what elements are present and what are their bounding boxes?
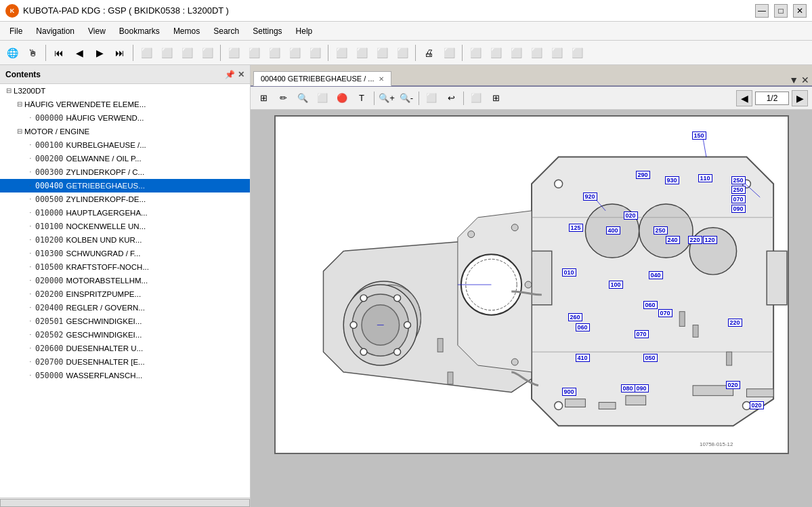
close-button[interactable]: ✕ <box>793 4 807 18</box>
part-label-410[interactable]: 410 <box>576 354 590 362</box>
part-label-250c[interactable]: 250 <box>654 226 668 235</box>
content-tool9[interactable]: ⬜ <box>423 89 440 107</box>
tool20-button[interactable]: ⬜ <box>547 43 566 62</box>
part-label-290[interactable]: 290 <box>636 171 650 179</box>
hand-button[interactable]: 🖱 <box>23 43 42 62</box>
part-label-070c[interactable]: 070 <box>635 330 649 338</box>
content-zoom[interactable]: 🔍 <box>294 89 312 107</box>
content-zoom-in[interactable]: 🔍+ <box>378 89 396 107</box>
tool7-button[interactable]: ⬜ <box>265 43 284 62</box>
tree-item-010100[interactable]: ·010100 NOCKENWELLE UN... <box>0 220 250 233</box>
minimize-button[interactable]: — <box>755 4 769 18</box>
part-label-070b[interactable]: 070 <box>658 309 672 317</box>
tree-item-000000[interactable]: ·000000 HÄUFIG VERWEND... <box>0 111 250 125</box>
tree-item-020000[interactable]: ·020000 MOTORABSTELLHM... <box>0 274 250 287</box>
tool13-button[interactable]: ⬜ <box>393 43 412 62</box>
main-tab[interactable]: 000400 GETRIEBEGHAEUSE / ... ✕ <box>253 71 391 86</box>
next-button[interactable]: ▶ <box>90 43 109 62</box>
part-label-020a[interactable]: 020 <box>624 211 638 220</box>
last-page-button[interactable]: ⏭ <box>110 43 129 62</box>
tree-item-000100[interactable]: ·000100 KURBELGHAEUSE /... <box>0 138 250 152</box>
content-zoom-out[interactable]: 🔍- <box>398 89 415 107</box>
part-label-040[interactable]: 040 <box>649 271 663 279</box>
tree-item-020400[interactable]: ·020400 REGLER / GOVERN... <box>0 301 250 315</box>
content-tool2[interactable]: ✏ <box>274 89 292 107</box>
tree-item-020200[interactable]: ·020200 EINSPRITZPUMPE... <box>0 287 250 301</box>
tree-item-häufig-verwendete-el[interactable]: ⊟HÄUFIG VERWENDETE ELEME... <box>0 98 250 111</box>
content-tool6[interactable]: T <box>353 89 370 107</box>
menu-settings[interactable]: Settings <box>246 24 289 38</box>
tree-container[interactable]: ⊟L3200DT⊟HÄUFIG VERWENDETE ELEME...·0000… <box>0 84 250 498</box>
part-label-250a[interactable]: 250 <box>731 176 746 184</box>
tree-item-050000[interactable]: ·050000 WASSERFLANSCH... <box>0 369 250 382</box>
part-label-920[interactable]: 920 <box>583 192 597 201</box>
part-label-070a[interactable]: 070 <box>731 195 746 203</box>
prev-button[interactable]: ◀ <box>70 43 89 62</box>
tree-item-020700[interactable]: ·020700 DUESENHALTER [E... <box>0 355 250 369</box>
part-label-090b[interactable]: 090 <box>635 384 649 392</box>
maximize-button[interactable]: □ <box>774 4 788 18</box>
content-grid-view[interactable]: ⊞ <box>487 89 505 107</box>
tool8-button[interactable]: ⬜ <box>285 43 304 62</box>
tree-item-020600[interactable]: ·020600 DUESENHALTER U... <box>0 342 250 355</box>
part-label-220a[interactable]: 220 <box>688 236 702 244</box>
tree-item-000200[interactable]: ·000200 OELWANNE / OIL P... <box>0 152 250 165</box>
content-tool5[interactable]: 🔴 <box>333 89 351 107</box>
page-input[interactable] <box>755 92 789 105</box>
panel-close-button[interactable]: ✕ <box>238 70 244 79</box>
tool12-button[interactable]: ⬜ <box>372 43 391 62</box>
tree-item-000300[interactable]: ·000300 ZYLINDERKOPF / C... <box>0 165 250 179</box>
menu-navigation[interactable]: Navigation <box>29 24 81 38</box>
horizontal-scrollbar[interactable] <box>0 499 250 507</box>
tool19-button[interactable]: ⬜ <box>527 43 546 62</box>
part-label-080[interactable]: 080 <box>621 384 635 392</box>
tool17-button[interactable]: ⬜ <box>486 43 505 62</box>
tree-item-010500[interactable]: ·010500 KRAFTSTOFF-NOCH... <box>0 260 250 274</box>
tree-item-motor-/-engine[interactable]: ⊟MOTOR / ENGINE <box>0 125 250 138</box>
content-tool1[interactable]: ⊞ <box>255 89 272 107</box>
part-label-120[interactable]: 120 <box>703 236 717 244</box>
tool18-button[interactable]: ⬜ <box>507 43 526 62</box>
bottom-scrollbar[interactable] <box>0 498 250 507</box>
tab-dropdown-button[interactable]: ▼ <box>789 75 798 85</box>
tree-item-020501[interactable]: ·020501 GESCHWINDIGKEI... <box>0 315 250 328</box>
tree-item-010300[interactable]: ·010300 SCHWUNGRAD / F... <box>0 247 250 260</box>
tree-item-000400[interactable]: ·000400 GETRIEBEGHAEUS... <box>0 179 250 192</box>
part-label-400[interactable]: 400 <box>606 226 620 235</box>
part-label-150[interactable]: 150 <box>692 131 706 140</box>
content-tool11[interactable]: ⬜ <box>467 89 485 107</box>
tool10-button[interactable]: ⬜ <box>332 43 351 62</box>
part-label-900[interactable]: 900 <box>562 388 576 396</box>
tool16-button[interactable]: ⬜ <box>466 43 485 62</box>
next-page-button[interactable]: ▶ <box>792 90 808 106</box>
tool21-button[interactable]: ⬜ <box>568 43 586 62</box>
tool9-button[interactable]: ⬜ <box>305 43 324 62</box>
part-label-020b[interactable]: 020 <box>726 381 740 389</box>
menu-bookmarks[interactable]: Bookmarks <box>112 24 167 38</box>
menu-search[interactable]: Search <box>207 24 246 38</box>
tool5-button[interactable]: ⬜ <box>224 43 243 62</box>
tool6-button[interactable]: ⬜ <box>244 43 263 62</box>
part-label-020c[interactable]: 020 <box>750 401 764 409</box>
print-button[interactable]: 🖨 <box>419 43 438 62</box>
view2-button[interactable]: ⬜ <box>157 43 176 62</box>
part-label-250b[interactable]: 250 <box>731 186 746 194</box>
part-label-050a[interactable]: 050 <box>643 354 658 362</box>
menu-memos[interactable]: Memos <box>167 24 207 38</box>
tab-close-button[interactable]: ✕ <box>379 75 384 83</box>
home-button[interactable]: 🌐 <box>3 43 22 62</box>
menu-view[interactable]: View <box>81 24 112 38</box>
tool11-button[interactable]: ⬜ <box>352 43 371 62</box>
first-page-button[interactable]: ⏮ <box>49 43 68 62</box>
part-label-090a[interactable]: 090 <box>731 205 746 213</box>
tree-item-010200[interactable]: ·010200 KOLBEN UND KUR... <box>0 233 250 247</box>
view3-button[interactable]: ⬜ <box>177 43 196 62</box>
part-label-110[interactable]: 110 <box>698 174 712 182</box>
part-label-260[interactable]: 260 <box>568 313 582 321</box>
part-label-240[interactable]: 240 <box>666 236 680 244</box>
tree-item-010000[interactable]: ·010000 HAUPTLAGERGEHA... <box>0 206 250 220</box>
menu-file[interactable]: File <box>3 24 29 38</box>
part-label-125[interactable]: 125 <box>569 224 583 232</box>
pin-button[interactable]: 📌 <box>225 70 235 79</box>
part-label-010a[interactable]: 010 <box>562 268 576 277</box>
